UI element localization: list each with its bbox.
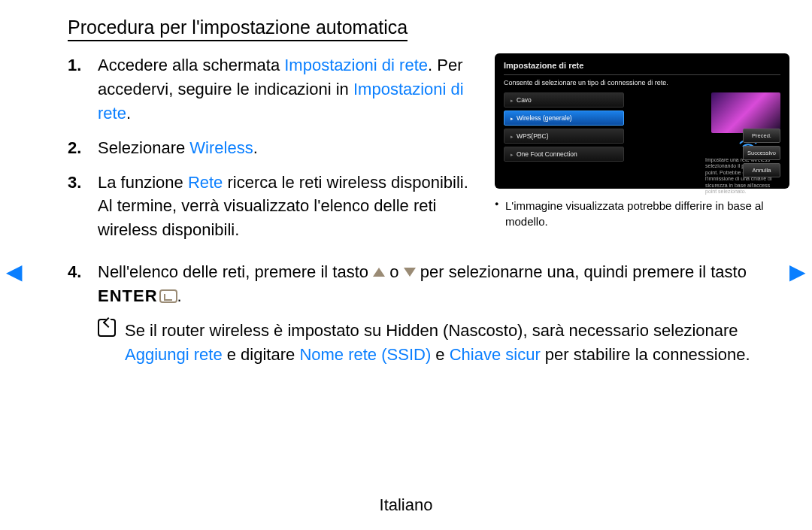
keyword-wireless: Wireless: [189, 138, 253, 157]
tv-screenshot: Impostazione di rete Consente di selezio…: [495, 53, 789, 189]
tv-btn-cancel: Annulla: [743, 163, 780, 177]
note-fragment: Se il router wireless è impostato su Hid…: [125, 321, 738, 340]
keyword-aggiungi-rete: Aggiungi rete: [125, 345, 223, 364]
tv-preview-image: [711, 92, 780, 133]
screenshot-caption: L'immagine visualizzata potrebbe differi…: [495, 198, 789, 229]
step-number: 1.: [68, 53, 81, 77]
tv-connection-list: Cavo Wireless (generale) WPS(PBC) One Fo…: [504, 92, 624, 195]
tv-subtitle: Consente di selezionare un tipo di conne…: [504, 74, 780, 86]
keyword-nome-rete-ssid: Nome rete (SSID): [299, 345, 431, 364]
tv-item-wireless: Wireless (generale): [504, 111, 624, 126]
note-block: Se il router wireless è impostato su Hid…: [68, 319, 789, 367]
step-text: Selezionare: [98, 138, 189, 157]
tv-buttons: Preced. Successivo Annulla: [743, 129, 780, 180]
step-4: 4. Nell'elenco delle reti, premere il ta…: [68, 260, 789, 308]
step-text: per selezionarne una, quindi premere il …: [416, 262, 747, 281]
step-text: La funzione: [98, 173, 188, 192]
step-2: 2. Selezionare Wireless.: [68, 136, 480, 160]
note-fragment: per stabilire la connessione.: [541, 345, 750, 364]
tv-btn-prev: Preced.: [743, 129, 780, 143]
steps-list-cont: 4. Nell'elenco delle reti, premere il ta…: [68, 260, 789, 308]
step-number: 4.: [68, 260, 81, 284]
tv-title: Impostazione di rete: [504, 61, 780, 70]
tv-item-wps: WPS(PBC): [504, 129, 624, 144]
step-3: 3. La funzione Rete ricerca le reti wire…: [68, 171, 480, 243]
note-icon: [98, 319, 119, 367]
step-text: Accedere alla schermata: [98, 56, 284, 74]
down-arrow-icon: [404, 268, 416, 277]
step-text: o: [385, 262, 403, 281]
step-text: Nell'elenco delle reti, premere il tasto: [98, 262, 373, 281]
keyword-chiave-sicur: Chiave sicur: [450, 345, 541, 364]
page-title: Procedura per l'impostazione automatica: [68, 17, 408, 41]
enter-key-label: ENTER: [98, 286, 158, 305]
next-page-arrow[interactable]: ▶: [789, 259, 806, 284]
footer-language: Italiano: [0, 495, 812, 515]
step-text: .: [253, 138, 258, 157]
note-text: Se il router wireless è impostato su Hid…: [125, 319, 789, 367]
step-number: 3.: [68, 171, 81, 195]
keyword-rete: Rete: [188, 173, 223, 192]
tv-btn-next: Successivo: [743, 146, 780, 160]
tv-item-cavo: Cavo: [504, 92, 624, 108]
up-arrow-icon: [373, 268, 385, 277]
step-text: .: [177, 286, 182, 305]
keyword-impostazioni-di-rete: Impostazioni di rete: [284, 56, 428, 74]
note-fragment: e: [431, 345, 449, 364]
prev-page-arrow[interactable]: ◀: [6, 259, 23, 284]
step-1: 1. Accedere alla schermata Impostazioni …: [68, 53, 480, 126]
step-text: .: [126, 104, 131, 123]
steps-list: 1. Accedere alla schermata Impostazioni …: [68, 53, 480, 242]
enter-key-icon: [159, 289, 177, 303]
step-number: 2.: [68, 136, 81, 160]
tv-item-onefoot: One Foot Connection: [504, 147, 624, 162]
note-fragment: e digitare: [223, 345, 300, 364]
